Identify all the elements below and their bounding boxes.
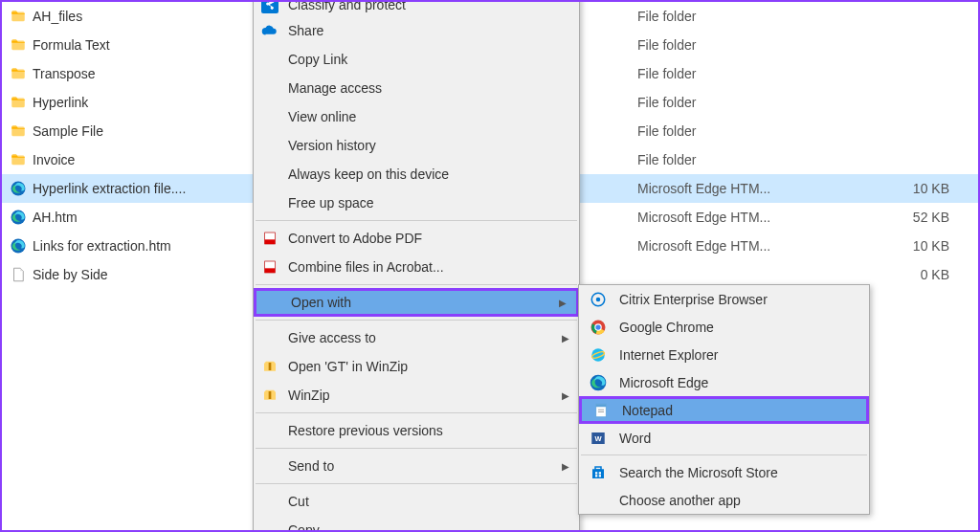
svg-rect-26 <box>599 472 601 474</box>
svg-rect-4 <box>265 239 276 244</box>
menu-item-open-gt-in-winzip[interactable]: Open 'GT' in WinZip <box>254 352 579 381</box>
edge-icon <box>10 237 27 255</box>
svg-rect-8 <box>269 391 272 399</box>
menu-item-label: Version history <box>288 138 376 153</box>
menu-item-label: Restore previous versions <box>288 423 443 438</box>
submenu-item-choose-another-app[interactable]: Choose another app <box>579 486 869 514</box>
menu-item-label: Copy <box>288 522 320 532</box>
menu-item-label: Copy Link <box>288 52 347 67</box>
menu-item-free-up-space[interactable]: Free up space <box>254 188 579 217</box>
svg-rect-27 <box>595 475 597 477</box>
svg-text:W: W <box>594 434 602 443</box>
submenu-item-citrix-enterprise-browser[interactable]: Citrix Enterprise Browser <box>579 285 869 313</box>
menu-item-label: Free up space <box>288 195 374 211</box>
svg-rect-7 <box>269 363 272 370</box>
cloud-blue-icon <box>261 22 278 39</box>
file-name: Hyperlink <box>33 95 88 110</box>
menu-item-restore-previous-versions[interactable]: Restore previous versions <box>254 416 579 445</box>
svg-point-13 <box>595 324 600 329</box>
winzip-icon <box>261 387 278 404</box>
file-name: Formula Text <box>33 37 110 53</box>
menu-item-view-online[interactable]: View online <box>254 102 579 131</box>
menu-item-label: WinZip <box>288 388 330 403</box>
folder-icon <box>10 8 27 25</box>
chevron-right-icon: ▶ <box>562 333 569 344</box>
submenu-item-microsoft-edge[interactable]: Microsoft Edge <box>579 368 869 396</box>
submenu-item-label: Google Chrome <box>619 320 714 335</box>
file-size: 10 KB <box>863 181 978 196</box>
store-icon <box>589 463 608 482</box>
svg-rect-28 <box>599 475 601 477</box>
menu-item-label: View online <box>288 109 356 124</box>
word-icon: W <box>589 429 608 448</box>
menu-item-copy-link[interactable]: Copy Link <box>254 45 579 74</box>
menu-item-label: Classify and protect <box>288 0 406 12</box>
menu-item-share[interactable]: Share <box>254 16 579 45</box>
file-name: AH_files <box>33 9 82 24</box>
share-blue-icon <box>261 0 278 13</box>
edge-icon <box>10 209 27 226</box>
menu-item-copy[interactable]: Copy <box>254 516 579 532</box>
winzip-icon <box>261 358 278 375</box>
chevron-right-icon: ▶ <box>562 461 569 472</box>
submenu-item-internet-explorer[interactable]: Internet Explorer <box>579 341 869 368</box>
menu-item-label: Give access to <box>288 330 376 345</box>
submenu-item-label: Word <box>619 431 651 446</box>
submenu-item-label: Citrix Enterprise Browser <box>619 292 768 307</box>
folder-icon <box>10 122 27 140</box>
file-name: Sample File <box>33 123 103 139</box>
menu-separator <box>581 454 867 455</box>
submenu-item-notepad[interactable]: Notepad <box>579 396 869 424</box>
menu-separator <box>256 483 577 484</box>
menu-item-classify-and-protect[interactable]: Classify and protect <box>254 0 579 16</box>
menu-separator <box>256 412 577 413</box>
menu-item-label: Share <box>288 23 323 38</box>
menu-item-open-with[interactable]: Open with▶ <box>254 288 579 317</box>
menu-item-label: Open 'GT' in WinZip <box>288 359 408 374</box>
file-name: Invoice <box>33 152 75 167</box>
submenu-item-search-the-microsoft-store[interactable]: Search the Microsoft Store <box>579 458 869 486</box>
menu-item-label: Manage access <box>288 80 382 96</box>
submenu-item-label: Internet Explorer <box>619 347 719 363</box>
submenu-item-label: Choose another app <box>619 493 741 508</box>
menu-item-label: Convert to Adobe PDF <box>288 231 422 246</box>
svg-rect-6 <box>265 268 276 273</box>
menu-item-version-history[interactable]: Version history <box>254 131 579 160</box>
open-with-submenu[interactable]: Citrix Enterprise BrowserGoogle ChromeIn… <box>578 284 870 515</box>
submenu-item-word[interactable]: WWord <box>579 424 869 452</box>
file-icon <box>10 266 27 283</box>
notepad-icon <box>591 401 611 420</box>
chevron-right-icon: ▶ <box>562 390 569 401</box>
file-size: 52 KB <box>863 210 978 225</box>
file-name: Side by Side <box>33 267 108 282</box>
menu-item-combine-files-in-acrobat-[interactable]: Combine files in Acrobat... <box>254 253 579 281</box>
context-menu[interactable]: Classify and protectShareCopy LinkManage… <box>253 0 580 532</box>
menu-item-label: Always keep on this device <box>288 166 449 182</box>
file-name: Links for extraction.htm <box>33 238 171 254</box>
folder-icon <box>10 151 27 168</box>
submenu-item-google-chrome[interactable]: Google Chrome <box>579 313 869 341</box>
menu-item-send-to[interactable]: Send to▶ <box>254 452 579 480</box>
folder-icon <box>10 36 27 54</box>
file-name: Hyperlink extraction file.... <box>33 181 186 196</box>
menu-separator <box>256 220 577 221</box>
submenu-item-label: Search the Microsoft Store <box>619 465 778 480</box>
menu-item-always-keep-on-this-device[interactable]: Always keep on this device <box>254 160 579 188</box>
svg-point-10 <box>596 297 601 301</box>
folder-icon <box>10 94 27 111</box>
menu-separator <box>256 448 577 449</box>
chrome-icon <box>589 318 608 337</box>
file-size: 10 KB <box>863 238 978 254</box>
svg-rect-25 <box>595 472 597 474</box>
menu-item-manage-access[interactable]: Manage access <box>254 74 579 102</box>
menu-item-cut[interactable]: Cut <box>254 487 579 516</box>
menu-item-winzip[interactable]: WinZip▶ <box>254 381 579 410</box>
edge-icon <box>589 373 608 392</box>
menu-item-label: Send to <box>288 458 334 474</box>
menu-item-convert-to-adobe-pdf[interactable]: Convert to Adobe PDF <box>254 224 579 253</box>
edge-icon <box>10 180 27 197</box>
ie-icon <box>589 345 608 365</box>
menu-item-label: Cut <box>288 494 309 509</box>
menu-item-give-access-to[interactable]: Give access to▶ <box>254 323 579 352</box>
file-name: AH.htm <box>33 210 78 225</box>
